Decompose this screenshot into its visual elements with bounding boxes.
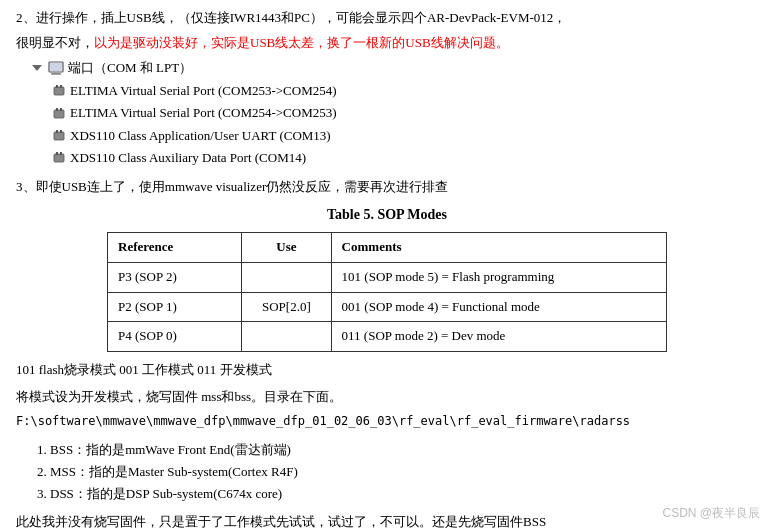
svg-rect-4 (54, 87, 64, 95)
tree-item-2: XDS110 Class Application/User UART (COM1… (52, 125, 758, 147)
td-comments-0: 101 (SOP mode 5) = Flash programming (331, 262, 666, 292)
note-line1: 此处我并没有烧写固件，只是置于了工作模式先试试，试过了，不可以。还是先烧写固件B… (16, 514, 546, 529)
tree-item-3: XDS110 Class Auxiliary Data Port (COM14) (52, 147, 758, 169)
svg-rect-15 (60, 152, 62, 155)
svg-rect-13 (54, 154, 64, 162)
table-row-1: P2 (SOP 1) SOP[2.0] 001 (SOP mode 4) = F… (108, 292, 667, 322)
td-comments-1: 001 (SOP mode 4) = Functional mode (331, 292, 666, 322)
svg-rect-12 (60, 130, 62, 133)
tree-item-1: ELTIMA Virtual Serial Port (COM254->COM2… (52, 102, 758, 124)
list-item-0: BSS：指的是mmWave Front End(雷达前端) (50, 439, 758, 461)
table-row-0: P3 (SOP 2) 101 (SOP mode 5) = Flash prog… (108, 262, 667, 292)
step2-intro-text2: 很明显不对， (16, 35, 94, 50)
td-use-1: SOP[2.0] (242, 292, 331, 322)
main-content: 2、进行操作，插上USB线，（仅连接IWR1443和PC），可能会显示四个AR-… (0, 0, 774, 530)
step2-intro-text1: 2、进行操作，插上USB线，（仅连接IWR1443和PC），可能会显示四个AR-… (16, 10, 566, 25)
device-tree: 端口（COM 和 LPT） ELTIMA Virtual Serial Port… (32, 58, 758, 169)
tree-item-label-2: XDS110 Class Application/User UART (COM1… (70, 125, 331, 147)
svg-rect-14 (56, 152, 58, 155)
svg-rect-5 (56, 85, 58, 88)
usb-icon-2 (52, 129, 66, 143)
td-comments-2: 011 (SOP mode 2) = Dev mode (331, 322, 666, 352)
tree-item-label-1: ELTIMA Virtual Serial Port (COM254->COM2… (70, 102, 337, 124)
svg-rect-10 (54, 132, 64, 140)
tree-item-0: ELTIMA Virtual Serial Port (COM253->COM2… (52, 80, 758, 102)
td-use-2 (242, 322, 331, 352)
svg-rect-8 (56, 108, 58, 111)
td-ref-2: P4 (SOP 0) (108, 322, 242, 352)
step3-intro: 3、即使USB连上了，使用mmwave visualizer仍然没反应，需要再次… (16, 177, 758, 198)
table-row-2: P4 (SOP 0) 011 (SOP mode 2) = Dev mode (108, 322, 667, 352)
svg-rect-6 (60, 85, 62, 88)
table-title: Table 5. SOP Modes (16, 204, 758, 226)
step2-red-text: 以为是驱动没装好，实际是USB线太差，换了一根新的USB线解决问题。 (94, 35, 509, 50)
step2-intro2: 很明显不对，以为是驱动没装好，实际是USB线太差，换了一根新的USB线解决问题。 (16, 33, 758, 54)
th-reference: Reference (108, 232, 242, 262)
svg-rect-9 (60, 108, 62, 111)
usb-icon-3 (52, 151, 66, 165)
mode-notes: 101 flash烧录模式 001 工作模式 011 开发模式 (16, 360, 758, 381)
mode-desc: 将模式设为开发模式，烧写固件 mss和bss。目录在下面。 (16, 387, 758, 408)
watermark: CSDN @夜半良辰 (662, 505, 760, 522)
step3-intro-text: 3、即使USB连上了，使用mmwave visualizer仍然没反应，需要再次… (16, 179, 448, 194)
svg-rect-3 (50, 63, 62, 71)
sop-table: Reference Use Comments P3 (SOP 2) 101 (S… (107, 232, 667, 352)
th-comments: Comments (331, 232, 666, 262)
tree-root-item: 端口（COM 和 LPT） (32, 58, 758, 79)
tree-children: ELTIMA Virtual Serial Port (COM253->COM2… (52, 80, 758, 168)
firmware-path: F:\software\mmwave\mmwave_dfp\mmwave_dfp… (16, 412, 758, 431)
usb-icon-1 (52, 107, 66, 121)
monitor-icon (48, 61, 64, 75)
tree-item-label-3: XDS110 Class Auxiliary Data Port (COM14) (70, 147, 306, 169)
th-use: Use (242, 232, 331, 262)
td-ref-0: P3 (SOP 2) (108, 262, 242, 292)
tree-root-label: 端口（COM 和 LPT） (68, 58, 192, 79)
subsystem-list: BSS：指的是mmWave Front End(雷达前端) MSS：指的是Mas… (34, 439, 758, 505)
list-item-2: DSS：指的是DSP Sub-system(C674x core) (50, 483, 758, 505)
svg-rect-7 (54, 110, 64, 118)
tree-item-label-0: ELTIMA Virtual Serial Port (COM253->COM2… (70, 80, 337, 102)
usb-icon-0 (52, 84, 66, 98)
table-header-row: Reference Use Comments (108, 232, 667, 262)
tree-expand-icon[interactable] (32, 65, 42, 71)
svg-rect-11 (56, 130, 58, 133)
list-item-1: MSS：指的是Master Sub-system(Cortex R4F) (50, 461, 758, 483)
note-text: 此处我并没有烧写固件，只是置于了工作模式先试试，试过了，不可以。还是先烧写固件B… (16, 511, 758, 530)
td-ref-1: P2 (SOP 1) (108, 292, 242, 322)
step2-intro: 2、进行操作，插上USB线，（仅连接IWR1443和PC），可能会显示四个AR-… (16, 8, 758, 29)
td-use-0 (242, 262, 331, 292)
